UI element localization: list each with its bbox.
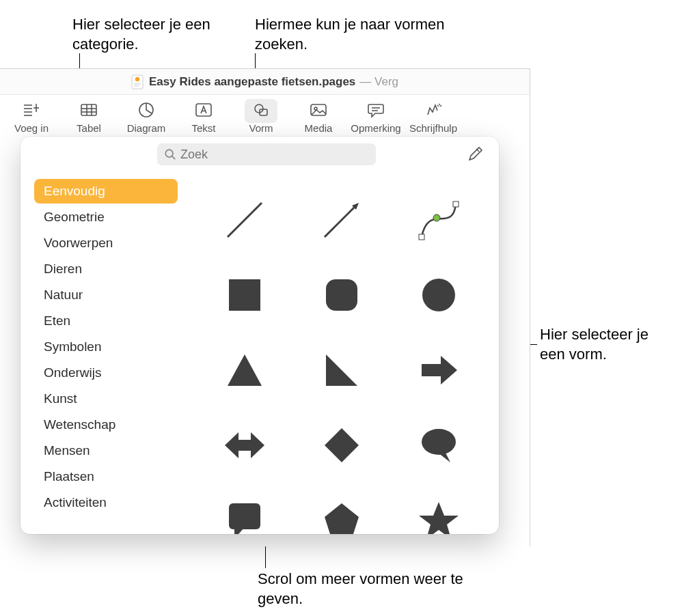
popover-arrow bbox=[267, 137, 283, 138]
svg-point-39 bbox=[422, 429, 456, 455]
callout-select-shape: Hier selecteer je een vorm. bbox=[540, 325, 677, 364]
svg-point-30 bbox=[433, 214, 440, 221]
shape-arrow-both[interactable] bbox=[198, 410, 291, 481]
titlebar: Easy Rides aangepaste fietsen.pages — Ve… bbox=[0, 69, 530, 95]
svg-rect-2 bbox=[134, 83, 141, 85]
shape-arrow-right[interactable] bbox=[392, 335, 485, 406]
svg-point-33 bbox=[422, 279, 455, 311]
sidebar-item-activiteiten[interactable]: Activiteiten bbox=[34, 490, 178, 515]
svg-point-23 bbox=[165, 150, 173, 157]
shape-line[interactable] bbox=[198, 184, 291, 255]
shape-arrow-line[interactable] bbox=[295, 184, 388, 255]
document-status: — Verg bbox=[359, 75, 398, 89]
svg-marker-43 bbox=[325, 503, 359, 534]
star-icon bbox=[415, 496, 463, 534]
svg-rect-31 bbox=[229, 279, 260, 311]
svg-point-1 bbox=[135, 76, 139, 81]
sidebar-item-dieren[interactable]: Dieren bbox=[34, 257, 178, 281]
sidebar-item-natuur[interactable]: Natuur bbox=[34, 283, 178, 307]
svg-rect-10 bbox=[81, 104, 96, 115]
shape-pentagon[interactable] bbox=[295, 485, 388, 534]
svg-marker-36 bbox=[422, 356, 457, 384]
toolbar-label: Media bbox=[305, 122, 333, 134]
toolbar-chart[interactable]: Diagram bbox=[118, 99, 175, 134]
category-sidebar: EenvoudigGeometrieVoorwerpenDierenNatuur… bbox=[21, 172, 185, 534]
toolbar-comment[interactable]: Opmerking bbox=[347, 99, 405, 134]
toolbar-text[interactable]: Tekst bbox=[175, 99, 232, 134]
shape-circle[interactable] bbox=[392, 260, 485, 331]
arrow-right-icon bbox=[415, 346, 463, 394]
toolbar-label: Vorm bbox=[249, 122, 273, 134]
callout-search: Hiermee kun je naar vormen zoeken. bbox=[255, 15, 460, 54]
callout-square-icon bbox=[221, 496, 269, 534]
shapes-grid[interactable] bbox=[185, 172, 499, 534]
shape-rounded-square[interactable] bbox=[295, 260, 388, 331]
arrow-line-icon bbox=[318, 196, 366, 244]
sidebar-item-voorwerpen[interactable]: Voorwerpen bbox=[34, 231, 178, 255]
shape-star[interactable] bbox=[392, 485, 485, 534]
toolbar-label: Tekst bbox=[191, 122, 215, 134]
toolbar-media[interactable]: Media bbox=[290, 99, 347, 134]
shape-callout-square[interactable] bbox=[198, 485, 291, 534]
svg-line-24 bbox=[172, 156, 176, 160]
diamond-icon bbox=[318, 421, 366, 469]
sidebar-item-onderwijs[interactable]: Onderwijs bbox=[34, 361, 178, 385]
toolbar-label: Tabel bbox=[77, 122, 101, 134]
sidebar-item-plaatsen[interactable]: Plaatsen bbox=[34, 464, 178, 489]
circle-icon bbox=[415, 271, 463, 319]
svg-rect-32 bbox=[326, 279, 357, 311]
arrow-both-icon bbox=[221, 421, 269, 469]
speech-bubble-icon bbox=[415, 421, 463, 469]
square-icon bbox=[221, 271, 269, 319]
svg-rect-41 bbox=[229, 503, 260, 529]
shape-triangle[interactable] bbox=[198, 335, 291, 406]
draw-pen-button[interactable] bbox=[465, 144, 485, 165]
svg-marker-35 bbox=[326, 354, 357, 386]
toolbar-insert[interactable]: Voeg in bbox=[3, 99, 60, 134]
toolbar-label: Diagram bbox=[127, 122, 166, 134]
shape-speech-bubble[interactable] bbox=[392, 410, 485, 481]
shape-right-triangle[interactable] bbox=[295, 335, 388, 406]
sidebar-item-geometrie[interactable]: Geometrie bbox=[34, 205, 178, 229]
svg-marker-38 bbox=[325, 428, 359, 462]
svg-rect-29 bbox=[453, 201, 459, 207]
right-triangle-icon bbox=[318, 346, 366, 394]
sidebar-item-wetenschap[interactable]: Wetenschap bbox=[34, 412, 178, 437]
toolbar-label: Opmerking bbox=[351, 122, 400, 134]
sidebar-item-symbolen[interactable]: Symbolen bbox=[34, 335, 178, 359]
callout-category: Hier selecteer je een categorie. bbox=[72, 15, 250, 54]
shape-square[interactable] bbox=[198, 260, 291, 331]
toolbar-table[interactable]: Tabel bbox=[60, 99, 118, 134]
sidebar-item-kunst[interactable]: Kunst bbox=[34, 387, 178, 411]
shapes-popover: EenvoudigGeometrieVoorwerpenDierenNatuur… bbox=[21, 137, 499, 534]
svg-point-17 bbox=[255, 104, 263, 113]
pen-icon bbox=[466, 145, 484, 163]
svg-rect-3 bbox=[134, 85, 139, 87]
svg-rect-28 bbox=[419, 234, 424, 240]
toolbar-writing[interactable]: Schrijfhulp bbox=[405, 99, 462, 134]
search-icon bbox=[164, 148, 176, 160]
svg-marker-42 bbox=[234, 528, 244, 534]
toolbar: Voeg in Tabel Diagram Tekst Vorm Media O… bbox=[0, 95, 530, 139]
toolbar-label: Schrijfhulp bbox=[409, 122, 457, 134]
toolbar-shape[interactable]: Vorm bbox=[232, 99, 290, 134]
callout-scroll: Scrol om meer vormen weer te geven. bbox=[258, 570, 504, 608]
toolbar-label: Voeg in bbox=[14, 122, 49, 134]
sidebar-item-eenvoudig[interactable]: Eenvoudig bbox=[34, 179, 178, 204]
search-input[interactable] bbox=[180, 148, 369, 162]
search-field[interactable] bbox=[157, 143, 376, 165]
shape-diamond[interactable] bbox=[295, 410, 388, 481]
svg-marker-37 bbox=[225, 432, 264, 458]
popover-topbar bbox=[21, 137, 499, 172]
shape-bezier-curve[interactable] bbox=[392, 184, 485, 255]
svg-marker-44 bbox=[419, 502, 459, 534]
svg-marker-40 bbox=[438, 451, 450, 462]
svg-line-26 bbox=[325, 206, 356, 237]
document-icon bbox=[131, 74, 144, 89]
bezier-curve-icon bbox=[415, 196, 463, 244]
line-icon bbox=[221, 196, 269, 244]
triangle-icon bbox=[221, 346, 269, 394]
sidebar-item-eten[interactable]: Eten bbox=[34, 309, 178, 333]
rounded-square-icon bbox=[318, 271, 366, 319]
sidebar-item-mensen[interactable]: Mensen bbox=[34, 438, 178, 463]
